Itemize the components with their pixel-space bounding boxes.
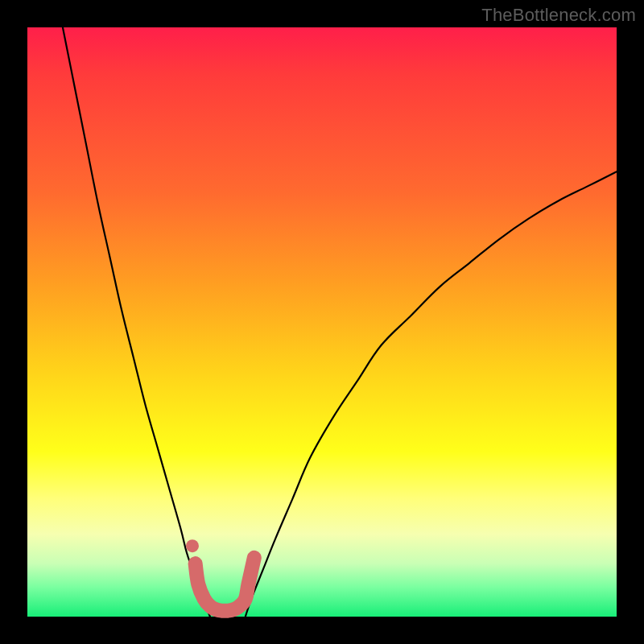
watermark-text: TheBottleneck.com — [481, 5, 636, 26]
curve-right — [246, 171, 617, 617]
plot-area — [27, 27, 617, 617]
marker-dot — [186, 539, 199, 552]
marker-band — [196, 558, 254, 611]
chart-svg — [27, 27, 617, 617]
curve-left — [63, 27, 210, 617]
chart-frame: TheBottleneck.com — [0, 0, 644, 644]
svg-point-0 — [186, 539, 199, 552]
